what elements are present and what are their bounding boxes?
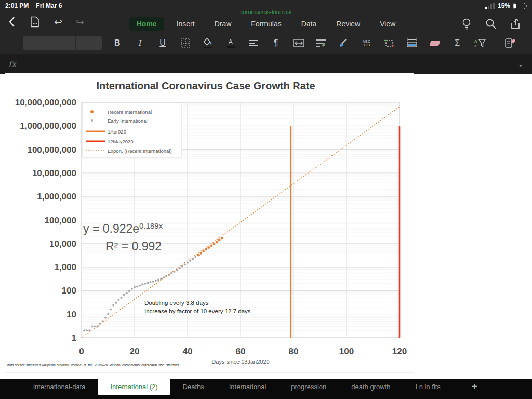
scatter-point (207, 246, 210, 249)
trendline-equation: y = 0.922e0.189x (83, 221, 163, 235)
note-doubling: Doubling every 3.8 days (144, 300, 209, 306)
legend-marker-dot (90, 110, 94, 113)
ribbon-tab-formulas[interactable]: Formulas (244, 17, 288, 31)
sensitivity-button[interactable] (502, 35, 518, 51)
sheet-tab-international-data[interactable]: international-data (21, 379, 98, 395)
legend-marker-dot (91, 119, 93, 122)
svg-text:×: × (391, 44, 394, 48)
x-tick-label: 120 (392, 347, 407, 356)
sheet-tab-deaths[interactable]: Deaths (170, 379, 217, 395)
legend-label: 12May2020 (108, 139, 134, 144)
ribbon-tab-draw[interactable]: Draw (207, 17, 239, 31)
fill-color-button[interactable] (200, 35, 216, 51)
share-icon[interactable] (510, 18, 523, 30)
font-name-field[interactable] (23, 36, 76, 50)
underline-button[interactable]: U (155, 35, 170, 51)
back-icon[interactable] (8, 16, 16, 28)
pilcrow-icon: ¶ (274, 39, 278, 47)
sheet-tab-death-growth[interactable]: death growth (339, 379, 403, 395)
scatter-point (110, 308, 112, 310)
sheet-tabs: international-dataInternational (2)Death… (21, 379, 453, 395)
scatter-point (216, 241, 218, 243)
worksheet[interactable]: International Coronavirus Case Growth Ra… (0, 74, 532, 379)
text-direction-button[interactable]: ¶ (268, 35, 284, 51)
sheet-tab-ln-ln-fits[interactable]: Ln ln fits (403, 379, 453, 395)
scatter-point (104, 317, 107, 319)
battery-icon (513, 3, 527, 9)
data-source: data source: https://en.wikipedia.org/wi… (7, 363, 180, 367)
borders-button[interactable] (178, 35, 193, 51)
y-tick-label: 1,000,000 (37, 192, 76, 202)
font-selector[interactable] (23, 36, 102, 50)
scatter-point (176, 269, 178, 271)
insert-cells-icon: + × (384, 38, 394, 48)
ribbon-tab-insert[interactable]: Insert (169, 17, 202, 31)
autofit-icon (406, 38, 418, 47)
scatter-point (117, 299, 119, 301)
font-color-swatch (227, 46, 235, 48)
scatter-point (131, 288, 133, 290)
alignment-button[interactable] (246, 35, 261, 51)
toolbar-divider (495, 37, 495, 49)
autofit-button[interactable] (404, 35, 420, 51)
sort-filter-button[interactable]: A Z (472, 35, 488, 51)
scatter-point (160, 278, 162, 280)
undo-icon[interactable]: ↩ (54, 17, 62, 27)
scatter-point (102, 320, 104, 322)
y-tick-label: 10,000,000 (32, 168, 76, 178)
autosum-button[interactable]: Σ (449, 35, 465, 51)
scatter-point (150, 281, 152, 283)
scatter-point (155, 280, 157, 282)
scatter-point (136, 285, 138, 287)
brush-icon (339, 38, 349, 48)
align-icon (249, 39, 258, 47)
scatter-point (184, 263, 186, 265)
number-format-button[interactable]: ABC 123 (359, 35, 375, 51)
scatter-point (200, 252, 202, 255)
sheet-tab-international[interactable]: International (217, 379, 279, 395)
lightbulb-icon[interactable] (461, 18, 472, 30)
y-tick-label: 1,000,000,000 (20, 121, 76, 131)
scatter-point (123, 294, 125, 296)
r-squared: R² = 0.992 (105, 240, 162, 253)
bold-button[interactable]: B (110, 35, 125, 51)
date: Fri Mar 6 (36, 2, 62, 9)
sheet-tab-international-2-[interactable]: International (2) (98, 379, 170, 395)
scatter-point (91, 325, 93, 327)
ribbon-tab-review[interactable]: Review (329, 17, 367, 31)
y-tick-label: 10,000 (49, 239, 76, 249)
svg-text:A: A (474, 39, 477, 44)
sheet-tab-progression[interactable]: progression (278, 379, 339, 395)
scatter-point (192, 258, 194, 260)
ribbon-tab-view[interactable]: View (373, 17, 403, 31)
chart-object[interactable]: International Coronavirus Case Growth Ra… (5, 73, 414, 373)
insert-cells-button[interactable]: + × (381, 35, 397, 51)
y-tick-label: 100,000 (45, 216, 76, 225)
merge-cells-button[interactable] (291, 35, 307, 51)
scatter-point (134, 286, 136, 288)
ribbon-tab-home[interactable]: Home (129, 17, 164, 31)
format-painter-button[interactable] (336, 35, 352, 51)
scatter-point (213, 243, 216, 245)
cellular-signal-icon (485, 3, 495, 9)
search-icon[interactable] (485, 18, 497, 30)
y-tick-label: 1 (72, 333, 76, 343)
scatter-point (205, 248, 207, 251)
formula-input[interactable] (16, 54, 517, 74)
x-tick-label: 60 (236, 347, 246, 356)
font-size-field[interactable] (76, 36, 102, 50)
formula-bar-expand-chevron-icon[interactable]: ⌄ (517, 60, 524, 68)
wrap-text-button[interactable] (313, 35, 329, 51)
scatter-point (86, 329, 88, 331)
x-tick-label: 100 (339, 347, 354, 356)
y-tick-label: 100 (62, 286, 76, 296)
scatter-point (210, 244, 213, 247)
font-color-button[interactable]: A (223, 35, 238, 51)
redo-icon[interactable]: ↪ (76, 17, 84, 27)
add-sheet-button[interactable]: + (472, 379, 478, 395)
document-icon[interactable] (29, 16, 41, 28)
fx-icon: fx (8, 59, 16, 69)
clear-button[interactable] (427, 35, 443, 51)
ribbon-tab-data[interactable]: Data (294, 17, 324, 31)
italic-button[interactable]: I (132, 35, 148, 51)
